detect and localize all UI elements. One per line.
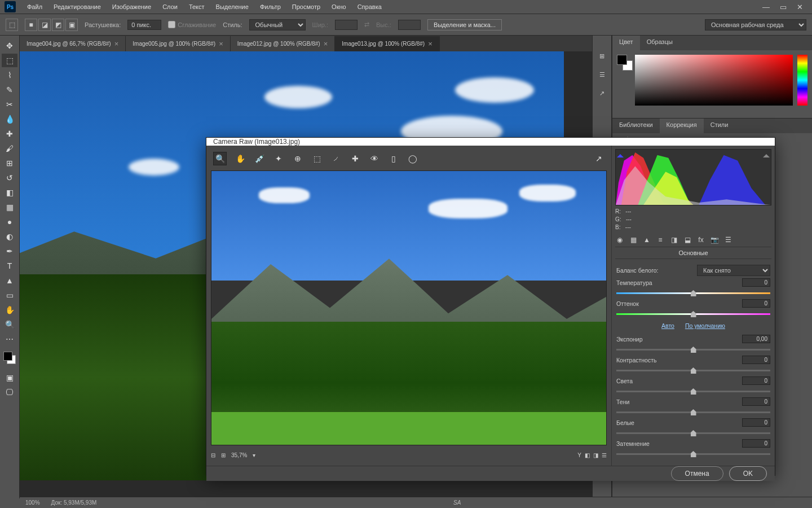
cr-zoom-value[interactable]: 35,7% <box>231 452 247 458</box>
slider-value[interactable] <box>742 335 770 343</box>
slider-value[interactable] <box>742 439 770 448</box>
fx-tab-icon[interactable]: fx <box>696 235 705 244</box>
tab-close-icon[interactable]: × <box>324 40 328 48</box>
adjustments-tab[interactable]: Коррекция <box>660 119 704 133</box>
shadow-clip-icon[interactable] <box>617 151 624 157</box>
menu-window[interactable]: Окно <box>326 0 352 14</box>
maximize-icon[interactable]: ▭ <box>780 3 787 11</box>
highlight-clip-icon[interactable] <box>763 151 770 157</box>
close-icon[interactable]: ✕ <box>797 3 803 11</box>
cr-settings-icon[interactable]: ☰ <box>602 452 607 458</box>
cr-radial-tool[interactable]: ◯ <box>407 153 418 164</box>
type-tool[interactable]: T <box>2 259 17 273</box>
cancel-button[interactable]: Отмена <box>671 466 723 481</box>
menu-select[interactable]: Выделение <box>210 0 254 14</box>
cr-redeye-tool[interactable]: 👁 <box>369 153 380 164</box>
eyedropper-tool[interactable]: 💧 <box>2 112 17 126</box>
slider-track[interactable] <box>616 408 770 416</box>
zoom-readout[interactable]: 100% <box>25 500 40 506</box>
camera-tab-icon[interactable]: 📷 <box>710 235 719 244</box>
cr-prefs-icon[interactable]: ↗ <box>593 153 604 164</box>
document-tab[interactable]: Image012.jpg @ 100% (RGB/8#)× <box>231 36 336 51</box>
cr-zoom-in-icon[interactable]: ⊞ <box>221 452 226 458</box>
selection-add-icon[interactable]: ◪ <box>38 19 51 31</box>
selection-subtract-icon[interactable]: ◩ <box>52 19 64 31</box>
tab-close-icon[interactable]: × <box>428 40 433 48</box>
document-tab[interactable]: Image005.jpg @ 100% (RGB/8#)× <box>126 36 231 51</box>
gradient-tool[interactable]: ▦ <box>2 200 17 214</box>
path-select-tool[interactable]: ▲ <box>2 274 17 287</box>
menu-file[interactable]: Файл <box>21 0 48 14</box>
presets-tab-icon[interactable]: ☰ <box>723 235 732 244</box>
slider-value[interactable] <box>742 299 770 308</box>
cr-preview[interactable] <box>211 170 607 445</box>
lasso-tool[interactable]: ⌇ <box>2 68 17 82</box>
split-tab-icon[interactable]: ◨ <box>669 235 678 244</box>
quick-select-tool[interactable]: ✎ <box>2 83 17 97</box>
slider-track[interactable] <box>616 387 770 395</box>
curve-tab-icon[interactable]: ▦ <box>629 235 638 244</box>
select-and-mask-button[interactable]: Выделение и маска... <box>427 19 502 30</box>
slider-track[interactable] <box>616 310 770 318</box>
color-field[interactable] <box>635 55 793 106</box>
hand-tool[interactable]: ✋ <box>2 303 17 317</box>
panel-icon[interactable]: ↗ <box>599 90 604 97</box>
menu-text[interactable]: Текст <box>183 0 210 14</box>
slider-track[interactable] <box>616 289 770 297</box>
quickmask-icon[interactable]: ▣ <box>2 371 17 384</box>
histogram[interactable] <box>615 149 771 205</box>
marquee-tool[interactable]: ⬚ <box>2 54 17 67</box>
zoom-tool[interactable]: 🔍 <box>2 318 17 331</box>
cr-crop-tool[interactable]: ⬚ <box>311 153 323 164</box>
libraries-tab[interactable]: Библиотеки <box>612 119 660 133</box>
document-tab[interactable]: Image013.jpg @ 100% (RGB/8#)× <box>335 36 440 51</box>
slider-value[interactable] <box>742 397 770 406</box>
move-tool[interactable]: ✥ <box>2 39 17 52</box>
slider-value[interactable] <box>742 278 770 287</box>
default-link[interactable]: По умолчанию <box>685 322 725 329</box>
tab-close-icon[interactable]: × <box>219 40 223 48</box>
slider-track[interactable] <box>616 429 770 437</box>
cr-zoom-tool[interactable]: 🔍 <box>213 152 227 165</box>
swatches-tab[interactable]: Образцы <box>640 36 679 50</box>
color-tab[interactable]: Цвет <box>612 36 640 50</box>
style-select[interactable]: Обычный <box>249 19 306 30</box>
slider-track[interactable] <box>616 366 770 374</box>
cr-before-after-icon[interactable]: Y <box>577 452 581 458</box>
cr-gradient-tool[interactable]: ▯ <box>388 153 399 164</box>
cr-zoom-out-icon[interactable]: ⊟ <box>211 452 215 458</box>
selection-new-icon[interactable]: ■ <box>25 19 37 31</box>
history-brush-tool[interactable]: ↺ <box>2 171 17 185</box>
brush-tool[interactable]: 🖌 <box>2 142 17 155</box>
menu-layers[interactable]: Слои <box>157 0 183 14</box>
auto-link[interactable]: Авто <box>661 322 674 329</box>
cr-target-adjust-tool[interactable]: ⊕ <box>292 153 303 164</box>
menu-filter[interactable]: Фильтр <box>254 0 286 14</box>
cr-color-sampler-tool[interactable]: ✦ <box>273 153 284 164</box>
slider-value[interactable] <box>742 376 770 385</box>
hsl-tab-icon[interactable]: ≡ <box>656 235 665 244</box>
styles-tab[interactable]: Стили <box>704 119 735 133</box>
chevron-down-icon[interactable]: ▾ <box>253 452 255 458</box>
slider-track[interactable] <box>616 450 770 458</box>
menu-edit[interactable]: Редактирование <box>48 0 107 14</box>
lens-tab-icon[interactable]: ⬓ <box>683 235 692 244</box>
selection-intersect-icon[interactable]: ▣ <box>65 19 78 31</box>
cr-wb-tool[interactable]: 💉 <box>254 153 265 164</box>
dialog-titlebar[interactable]: Camera Raw (Image013.jpg) <box>206 138 775 146</box>
marquee-tool-icon[interactable]: ⬚ <box>6 19 18 31</box>
ok-button[interactable]: OK <box>729 466 767 481</box>
panel-icon[interactable]: ☰ <box>599 71 605 78</box>
cr-spot-tool[interactable]: ✚ <box>350 153 361 164</box>
screenmode-icon[interactable]: 🖵 <box>2 386 17 399</box>
panel-icon[interactable]: ⊞ <box>599 52 604 60</box>
blur-tool[interactable]: ● <box>2 215 17 229</box>
slider-value[interactable] <box>742 418 770 427</box>
more-tools[interactable]: ⋯ <box>2 332 17 346</box>
healing-tool[interactable]: ✚ <box>2 127 17 141</box>
detail-tab-icon[interactable]: ▲ <box>642 235 651 244</box>
basic-tab-icon[interactable]: ◉ <box>615 235 624 244</box>
slider-track[interactable] <box>616 345 770 353</box>
stamp-tool[interactable]: ⊞ <box>2 156 17 170</box>
color-fg-bg[interactable] <box>617 55 630 113</box>
